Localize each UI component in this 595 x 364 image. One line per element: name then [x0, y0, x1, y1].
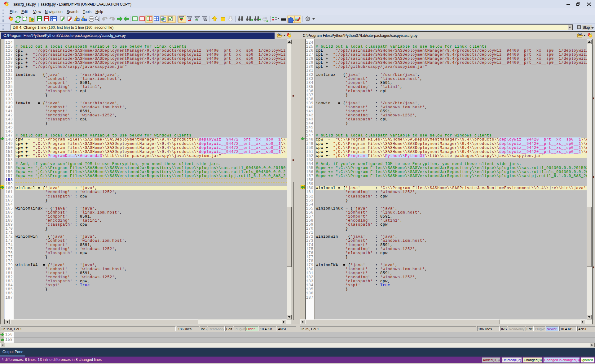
svg-text:AB: AB — [265, 19, 268, 22]
